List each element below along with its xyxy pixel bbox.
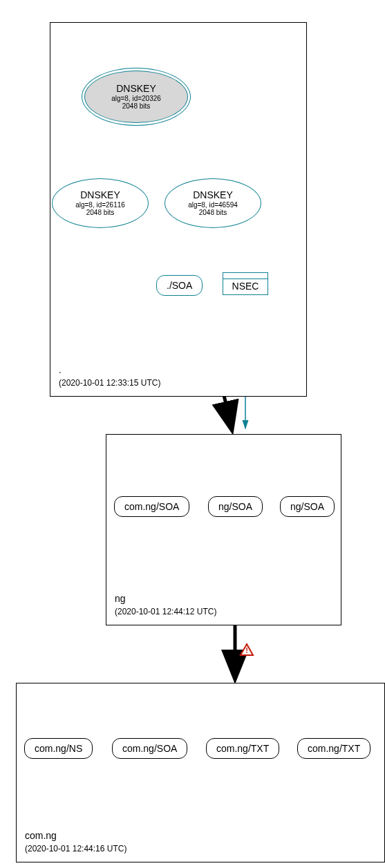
dnskey-46594-bits: 2048 bits bbox=[199, 209, 227, 216]
diagram-canvas: ! . (2020-10-01 12:33:15 UTC) DNSKEY alg… bbox=[7, 7, 385, 868]
dnskey-root: DNSKEY alg=8, id=20326 2048 bits bbox=[84, 70, 188, 123]
dnskey-26116-title: DNSKEY bbox=[80, 190, 120, 200]
dnskey-26116-bits: 2048 bits bbox=[86, 209, 115, 216]
dnskey-46594: DNSKEY alg=8, id=46594 2048 bits bbox=[165, 178, 261, 228]
zone-comng-timestamp: (2020-10-01 12:44:16 UTC) bbox=[25, 844, 126, 853]
rr-root-soa: ./SOA bbox=[156, 275, 203, 296]
zone-ng-timestamp: (2020-10-01 12:44:12 UTC) bbox=[115, 607, 216, 616]
dnskey-46594-params: alg=8, id=46594 bbox=[188, 201, 238, 209]
dnskey-26116: DNSKEY alg=8, id=26116 2048 bits bbox=[52, 178, 149, 228]
zone-comng: com.ng (2020-10-01 12:44:16 UTC) bbox=[16, 683, 385, 862]
rr-comng-soa: com.ng/SOA bbox=[112, 738, 187, 759]
rr-comng-txt-1: com.ng/TXT bbox=[206, 738, 279, 759]
rr-ng-comng-soa: com.ng/SOA bbox=[114, 496, 189, 517]
rr-ng-soa-1: ng/SOA bbox=[208, 496, 263, 517]
zone-ng: ng (2020-10-01 12:44:12 UTC) bbox=[106, 434, 341, 625]
dnskey-root-params: alg=8, id=20326 bbox=[111, 95, 161, 102]
zone-comng-label: com.ng bbox=[25, 830, 57, 841]
rr-nsec: NSEC bbox=[223, 272, 268, 295]
rr-nsec-label: NSEC bbox=[223, 279, 267, 294]
svg-text:!: ! bbox=[245, 646, 248, 654]
dnskey-root-bits: 2048 bits bbox=[122, 102, 151, 110]
dnskey-46594-title: DNSKEY bbox=[193, 190, 233, 200]
zone-ng-label: ng bbox=[115, 593, 126, 604]
dnskey-26116-params: alg=8, id=26116 bbox=[75, 201, 125, 209]
rr-comng-txt-2: com.ng/TXT bbox=[297, 738, 370, 759]
rr-comng-ns: com.ng/NS bbox=[24, 738, 93, 759]
rr-ng-soa-2: ng/SOA bbox=[280, 496, 335, 517]
dnskey-root-title: DNSKEY bbox=[116, 84, 156, 94]
zone-root-timestamp: (2020-10-01 12:33:15 UTC) bbox=[59, 378, 160, 388]
zone-root-label: . bbox=[59, 364, 62, 375]
